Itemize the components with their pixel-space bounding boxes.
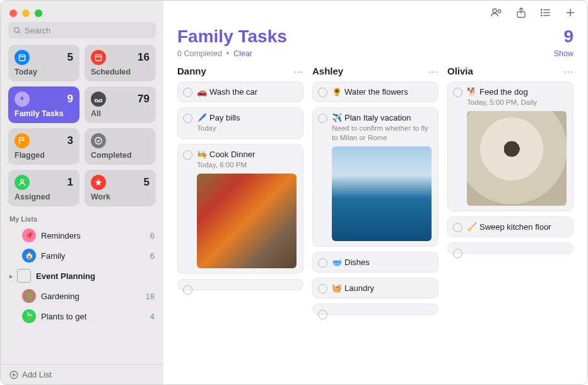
reminder-title[interactable]: 🧑‍🍳 Cook Dinner bbox=[197, 150, 297, 159]
list-icon: 📌 bbox=[22, 228, 36, 242]
smart-list-scheduled[interactable]: 16Scheduled bbox=[85, 45, 156, 81]
smart-list-today[interactable]: 5Today bbox=[8, 45, 79, 81]
tile-icon bbox=[91, 92, 106, 107]
show-completed-button[interactable]: Show bbox=[554, 49, 573, 58]
reminder-card: 🧑‍🍳 Cook DinnerToday, 6:00 PM bbox=[177, 144, 303, 274]
close-window[interactable] bbox=[9, 9, 17, 17]
view-options-button[interactable] bbox=[539, 7, 552, 20]
tile-label: Today bbox=[15, 68, 73, 76]
reminder-card: 🥣 Dishes bbox=[312, 252, 438, 273]
list-group[interactable]: ▸Event Planning bbox=[6, 266, 158, 286]
list-title: Family Tasks bbox=[177, 27, 287, 47]
list-icon: 🍃 bbox=[22, 309, 36, 323]
complete-toggle[interactable] bbox=[453, 223, 462, 232]
complete-toggle[interactable] bbox=[183, 114, 192, 123]
column-olivia: Olivia···🐕 Feed the dogToday, 5:00 PM, D… bbox=[447, 66, 573, 372]
list-count: 18 bbox=[146, 292, 155, 301]
column-more-button[interactable]: ··· bbox=[428, 66, 438, 76]
svg-point-12 bbox=[498, 10, 501, 13]
reminder-card: ✈️ Plan Italy vacationNeed to confirm wh… bbox=[312, 107, 438, 247]
completed-count: 0 Completed bbox=[177, 49, 222, 58]
person-crop-icon bbox=[490, 7, 503, 18]
complete-toggle[interactable] bbox=[183, 285, 192, 295]
smart-list-assigned[interactable]: 1Assigned bbox=[8, 170, 79, 206]
list-icon: ✳️ bbox=[22, 289, 36, 303]
reminder-subtitle: Today, 5:00 PM, Daily bbox=[467, 98, 567, 107]
sidebar-list-item[interactable]: 🏠Family6 bbox=[6, 246, 158, 266]
column-more-button[interactable]: ··· bbox=[563, 66, 573, 76]
collaborate-button[interactable] bbox=[490, 7, 503, 20]
sidebar-list-item[interactable]: ✳️Gardening18 bbox=[6, 286, 158, 306]
tile-count: 16 bbox=[138, 51, 150, 64]
my-lists: 📌Reminders6🏠Family6▸Event Planning✳️Gard… bbox=[1, 223, 163, 364]
smart-list-work[interactable]: 5Work bbox=[85, 170, 156, 206]
smart-list-family-tasks[interactable]: 9Family Tasks bbox=[8, 86, 79, 123]
column-more-button[interactable]: ··· bbox=[293, 66, 303, 76]
reminder-image[interactable] bbox=[197, 174, 297, 268]
tile-count: 5 bbox=[68, 51, 73, 64]
reminder-title[interactable]: 🧺 Laundry bbox=[332, 283, 432, 293]
column-title: Danny bbox=[177, 66, 206, 76]
add-list-button[interactable]: Add List bbox=[1, 364, 163, 384]
reminder-card: 🖊️ Pay billsToday bbox=[177, 107, 303, 139]
tile-label: Assigned bbox=[15, 192, 73, 201]
tile-label: All bbox=[91, 109, 150, 118]
tile-label: Work bbox=[91, 192, 150, 201]
reminder-title[interactable]: 🧹 Sweep kitchen floor bbox=[467, 222, 567, 232]
sidebar-list-item[interactable]: 🍃Plants to get4 bbox=[6, 306, 158, 326]
smart-list-all[interactable]: 79All bbox=[85, 86, 156, 123]
tile-icon bbox=[15, 133, 30, 148]
svg-point-0 bbox=[15, 27, 20, 32]
reminder-title[interactable]: 🐕 Feed the dog bbox=[467, 87, 567, 97]
minimize-window[interactable] bbox=[22, 9, 30, 17]
window-controls bbox=[1, 1, 163, 21]
complete-toggle[interactable] bbox=[453, 249, 462, 258]
complete-toggle[interactable] bbox=[318, 258, 327, 268]
clear-completed-button[interactable]: Clear bbox=[233, 49, 252, 58]
list-subheader: 0 Completed • Clear Show bbox=[163, 49, 587, 66]
smart-list-completed[interactable]: Completed bbox=[85, 128, 156, 165]
tile-label: Flagged bbox=[15, 151, 73, 160]
reminder-title[interactable]: 🌻 Water the flowers bbox=[332, 87, 432, 97]
new-reminder-button[interactable] bbox=[565, 7, 576, 20]
reminder-image[interactable] bbox=[332, 146, 432, 241]
zoom-window[interactable] bbox=[35, 9, 42, 17]
complete-toggle[interactable] bbox=[453, 88, 462, 97]
reminder-image[interactable] bbox=[467, 111, 567, 206]
column-danny: Danny···🚗 Wash the car🖊️ Pay billsToday🧑… bbox=[177, 66, 303, 372]
main-content: Family Tasks 9 0 Completed • Clear Show … bbox=[163, 1, 587, 384]
my-lists-header: My Lists bbox=[1, 206, 163, 223]
smart-list-flagged[interactable]: 3Flagged bbox=[8, 128, 79, 165]
svg-point-11 bbox=[493, 9, 497, 13]
column-header: Ashley··· bbox=[312, 66, 438, 76]
reminder-title[interactable]: 🚗 Wash the car bbox=[197, 87, 297, 97]
complete-toggle[interactable] bbox=[183, 88, 192, 97]
svg-rect-2 bbox=[19, 55, 25, 61]
tile-label: Scheduled bbox=[91, 68, 150, 76]
complete-toggle[interactable] bbox=[318, 284, 327, 293]
reminder-title[interactable]: ✈️ Plan Italy vacation bbox=[332, 113, 432, 122]
add-list-label: Add List bbox=[22, 370, 52, 379]
complete-toggle[interactable] bbox=[183, 150, 192, 160]
search-field[interactable]: Search bbox=[8, 22, 156, 38]
list-label: Event Planning bbox=[36, 271, 155, 281]
search-icon bbox=[13, 27, 21, 35]
share-button[interactable] bbox=[515, 7, 527, 20]
reminder-title[interactable]: 🖊️ Pay bills bbox=[197, 113, 297, 122]
reminder-subtitle: Today, 6:00 PM bbox=[197, 160, 297, 170]
list-label: Plants to get bbox=[41, 312, 150, 321]
reminder-card: 🐕 Feed the dogToday, 5:00 PM, Daily bbox=[447, 81, 573, 211]
complete-toggle[interactable] bbox=[318, 88, 327, 97]
complete-toggle[interactable] bbox=[318, 114, 327, 123]
plus-circle-icon bbox=[9, 370, 18, 379]
sidebar-list-item[interactable]: 📌Reminders6 bbox=[6, 225, 158, 246]
tile-icon bbox=[91, 175, 106, 190]
list-count: 6 bbox=[150, 251, 155, 261]
reminder-title[interactable]: 🥣 Dishes bbox=[332, 258, 432, 267]
column-header: Danny··· bbox=[177, 66, 303, 76]
reminder-card bbox=[447, 242, 573, 254]
tile-count: 1 bbox=[68, 176, 73, 189]
list-label: Family bbox=[41, 251, 150, 261]
toolbar bbox=[163, 1, 587, 23]
complete-toggle[interactable] bbox=[318, 310, 327, 319]
